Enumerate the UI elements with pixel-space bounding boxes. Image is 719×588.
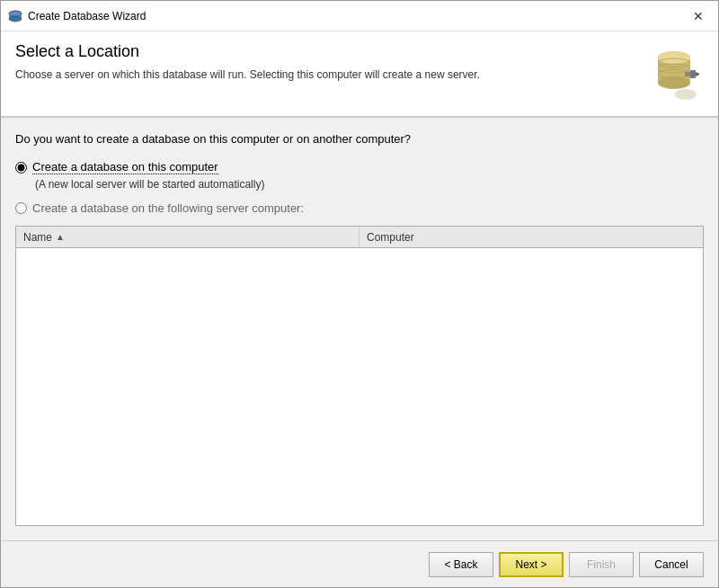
database-icon bbox=[645, 45, 699, 103]
back-button[interactable]: < Back bbox=[429, 552, 493, 577]
header-icon bbox=[641, 42, 704, 105]
option2-container: Create a database on the following serve… bbox=[15, 201, 704, 215]
option2-label[interactable]: Create a database on the following serve… bbox=[32, 201, 304, 215]
app-icon bbox=[8, 9, 22, 23]
cancel-button[interactable]: Cancel bbox=[639, 552, 704, 577]
header-title: Select a Location bbox=[15, 42, 641, 61]
next-button[interactable]: Next > bbox=[499, 552, 564, 577]
title-bar-text: Create Database Wizard bbox=[28, 10, 686, 22]
content-section: Do you want to create a database on this… bbox=[1, 118, 718, 540]
option1-container: Create a database on this computer bbox=[15, 160, 704, 174]
svg-point-4 bbox=[675, 89, 697, 100]
option1-label[interactable]: Create a database on this computer bbox=[32, 160, 218, 174]
dialog-window: Create Database Wizard ✕ Select a Locati… bbox=[0, 0, 719, 588]
sort-arrow-icon: ▲ bbox=[56, 232, 65, 242]
table-body bbox=[16, 248, 703, 525]
close-button[interactable]: ✕ bbox=[686, 4, 711, 29]
footer-section: < Back Next > Finish Cancel bbox=[1, 540, 718, 587]
svg-point-2 bbox=[9, 16, 22, 22]
option1-radio[interactable] bbox=[15, 162, 27, 174]
table-header: Name ▲ Computer bbox=[16, 227, 703, 248]
header-section: Select a Location Choose a server on whi… bbox=[1, 31, 718, 118]
svg-rect-13 bbox=[690, 70, 696, 78]
table-header-name: Name ▲ bbox=[16, 227, 360, 247]
table-header-computer: Computer bbox=[360, 227, 703, 247]
question-text: Do you want to create a database on this… bbox=[15, 132, 704, 146]
option1-sublabel: (A new local server will be started auto… bbox=[35, 178, 704, 191]
option2-radio[interactable] bbox=[15, 202, 27, 214]
finish-button[interactable]: Finish bbox=[569, 552, 634, 577]
header-description: Choose a server on which this database w… bbox=[15, 68, 555, 81]
svg-marker-14 bbox=[696, 72, 699, 76]
svg-point-8 bbox=[658, 51, 690, 64]
server-table: Name ▲ Computer bbox=[15, 226, 704, 526]
title-bar: Create Database Wizard ✕ bbox=[1, 1, 718, 31]
header-text: Select a Location Choose a server on whi… bbox=[15, 42, 641, 81]
